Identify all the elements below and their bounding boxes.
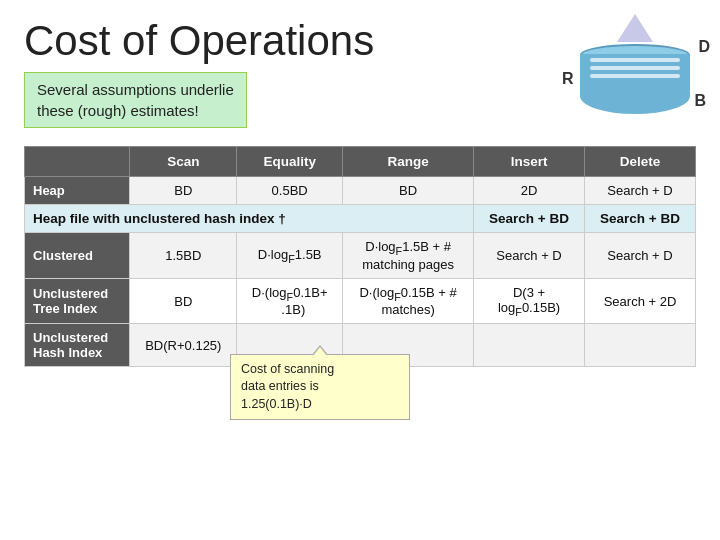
cell-insert-heap-hash: Search + BD: [474, 205, 585, 233]
subtitle-text: Several assumptions underliethese (rough…: [37, 81, 234, 119]
db-label-b: B: [694, 92, 706, 110]
cell-scan: BD: [130, 278, 237, 324]
page: Cost of Operations Several assumptions u…: [0, 0, 720, 540]
cell-scan: BD: [130, 177, 237, 205]
subtitle-box: Several assumptions underliethese (rough…: [24, 72, 247, 128]
col-header-delete: Delete: [585, 147, 696, 177]
cell-scan: 1.5BD: [130, 233, 237, 279]
row-label-heap-hash: Heap file with unclustered hash index †: [25, 205, 474, 233]
table-row-unc-tree: UnclusteredTree Index BD D·(logF0.1B+ .1…: [25, 278, 696, 324]
col-header-insert: Insert: [474, 147, 585, 177]
db-line-1: [590, 58, 680, 62]
cell-equality: 0.5BD: [237, 177, 343, 205]
db-line-2: [590, 66, 680, 70]
col-header-label: [25, 147, 130, 177]
table-row-clustered: Clustered 1.5BD D·logF1.5B D·logF1.5B + …: [25, 233, 696, 279]
cell-delete: [585, 324, 696, 367]
cell-range: D·logF1.5B + #matching pages: [343, 233, 474, 279]
cell-delete: Search + D: [585, 177, 696, 205]
db-cylinder: D R B: [580, 44, 690, 114]
db-label-d: D: [698, 38, 710, 56]
cell-range: D·(logF0.15B + #matches): [343, 278, 474, 324]
cell-equality: D·(logF0.1B+ .1B): [237, 278, 343, 324]
row-label: Clustered: [25, 233, 130, 279]
callout-text: Cost of scanningdata entries is1.25(0.1B…: [241, 361, 399, 414]
cell-insert: D(3 +logF0.15B): [474, 278, 585, 324]
row-label: UnclusteredHash Index: [25, 324, 130, 367]
cell-delete: Search + 2D: [585, 278, 696, 324]
table-row-heap: Heap BD 0.5BD BD 2D Search + D: [25, 177, 696, 205]
cell-delete-heap-hash: Search + BD: [585, 205, 696, 233]
row-label: Heap: [25, 177, 130, 205]
cell-insert: 2D: [474, 177, 585, 205]
cell-range: BD: [343, 177, 474, 205]
db-lines: [590, 58, 680, 82]
db-line-3: [590, 74, 680, 78]
db-label-r: R: [562, 70, 574, 88]
cost-table: Scan Equality Range Insert Delete Heap B…: [24, 146, 696, 367]
db-arrow-icon: [617, 14, 653, 42]
database-icon: D R B: [580, 14, 690, 114]
cell-equality: D·logF1.5B: [237, 233, 343, 279]
cell-delete: Search + D: [585, 233, 696, 279]
row-label: UnclusteredTree Index: [25, 278, 130, 324]
cell-insert: [474, 324, 585, 367]
cell-scan: BD(R+0.125): [130, 324, 237, 367]
cell-insert: Search + D: [474, 233, 585, 279]
table-header-row: Scan Equality Range Insert Delete: [25, 147, 696, 177]
col-header-scan: Scan: [130, 147, 237, 177]
col-header-equality: Equality: [237, 147, 343, 177]
col-header-range: Range: [343, 147, 474, 177]
table-row-heap-hash: Heap file with unclustered hash index † …: [25, 205, 696, 233]
callout-box: Cost of scanningdata entries is1.25(0.1B…: [230, 354, 410, 421]
